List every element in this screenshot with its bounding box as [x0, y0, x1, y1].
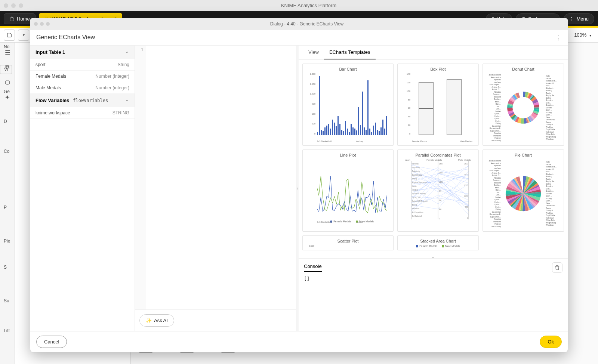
- template-line-plot[interactable]: Line Plot 3x3 Basketball Hockey: [302, 149, 394, 232]
- svg-text:Cycling Trail: Cycling Trail: [412, 197, 420, 198]
- zoom-level[interactable]: 100% ▾: [571, 31, 594, 39]
- svg-text:Karate: Karate: [412, 185, 417, 187]
- dropdown-button[interactable]: ▾: [18, 30, 29, 41]
- dialog-min-dot[interactable]: [40, 22, 44, 26]
- tab-templates[interactable]: ECharts Templates: [324, 46, 376, 59]
- kebab-menu-icon[interactable]: ⋮: [556, 34, 562, 40]
- menu-label: Menu: [576, 16, 589, 22]
- field-row[interactable]: Female MedalsNumber (integer): [30, 71, 135, 82]
- dialog-max-dot[interactable]: [46, 22, 50, 26]
- panel-text: Su: [0, 297, 13, 305]
- sparkle-icon: ✨: [146, 318, 152, 323]
- console-tab[interactable]: Console: [304, 263, 322, 272]
- home-label: Home: [17, 16, 30, 22]
- svg-text:Taekwondo: Taekwondo: [412, 170, 420, 172]
- menu-button[interactable]: ⋮ Menu: [564, 13, 594, 24]
- clear-console-button[interactable]: [552, 262, 562, 273]
- preview-pane: View ECharts Templates Bar Chart 1,8001,…: [299, 46, 568, 331]
- field-row[interactable]: Male MedalsNumber (integer): [30, 82, 135, 94]
- save-icon: [7, 33, 12, 38]
- cancel-button[interactable]: Cancel: [36, 336, 67, 348]
- code-text[interactable]: [146, 46, 296, 309]
- home-icon: [9, 16, 15, 21]
- ask-ai-button[interactable]: ✨ Ask AI: [139, 314, 174, 327]
- chevron-down-icon: ▾: [23, 33, 25, 37]
- template-bar-chart[interactable]: Bar Chart 1,8001,5001,2009006003000 3x3 …: [302, 64, 394, 146]
- chevron-up-icon: [125, 50, 129, 55]
- save-button[interactable]: [4, 30, 15, 41]
- template-donut-chart[interactable]: Donut Chart 3x3 BasketballAeronauticsAlp…: [483, 64, 564, 146]
- dialog-heading: Generic ECharts View: [36, 34, 95, 41]
- donut-svg: [505, 89, 542, 126]
- trash-icon: [555, 265, 560, 270]
- svg-text:Sailing: Sailing: [412, 178, 417, 180]
- panel-text: P: [0, 203, 10, 212]
- template-scatter-plot[interactable]: Scatter Plot 2,500: [302, 235, 394, 250]
- svg-text:Sport Climbing: Sport Climbing: [412, 174, 422, 176]
- panel-text: Ge: [0, 87, 13, 96]
- svg-text:Rhythmic Gymnastics: Rhythmic Gymnastics: [412, 182, 426, 183]
- panel-text: Lift: [0, 327, 13, 335]
- console-pane: Console []: [299, 258, 568, 331]
- svg-text:900: 900: [439, 190, 441, 192]
- svg-text:1,200: 1,200: [439, 181, 443, 183]
- collapse-preview-button[interactable]: ⌄: [299, 254, 568, 258]
- svg-point-0: [515, 100, 531, 116]
- svg-text:1,500: 1,500: [439, 172, 443, 174]
- field-row[interactable]: sportString: [30, 59, 135, 71]
- svg-text:Badminton: Badminton: [412, 208, 419, 210]
- svg-text:0: 0: [467, 217, 468, 219]
- dialog-sidebar: Input Table 1 sportStringFemale MedalsNu…: [30, 46, 135, 331]
- app-title: KNIME Analytics Platform: [23, 3, 594, 8]
- parallel-svg: WrestlingTug-Of-WarTaekwondoSport Climbi…: [404, 161, 472, 219]
- svg-text:2,000: 2,000: [464, 174, 468, 176]
- template-parallel-coordinates[interactable]: Parallel Coordinates Plot sport Female M…: [397, 149, 479, 232]
- tab-view[interactable]: View: [303, 46, 324, 59]
- svg-text:Cycling BMX Freestyle: Cycling BMX Freestyle: [412, 200, 428, 202]
- cube-icon[interactable]: ⬡: [1, 76, 13, 88]
- svg-text:Art Competitions: Art Competitions: [412, 212, 423, 213]
- template-box-plot[interactable]: Box Plot 140120100806040200 Female Medal…: [397, 64, 479, 146]
- svg-text:0: 0: [439, 218, 440, 219]
- chevron-down-icon: ▾: [589, 33, 591, 37]
- svg-text:Boxing: Boxing: [412, 204, 417, 206]
- panel-text: D: [0, 117, 11, 126]
- mac-min-dot[interactable]: [11, 3, 16, 8]
- dialog-close-dot[interactable]: [34, 22, 38, 26]
- menu-icon: ⋮: [569, 16, 574, 22]
- echarts-dialog: Dialog - 4:40 - Generic ECharts View Gen…: [30, 18, 568, 352]
- svg-text:600: 600: [439, 200, 441, 201]
- svg-text:1,500: 1,500: [464, 185, 468, 186]
- svg-text:3x3 Basketball: 3x3 Basketball: [412, 215, 422, 217]
- code-editor[interactable]: 1: [135, 46, 296, 309]
- svg-text:300: 300: [439, 209, 441, 210]
- pie-svg: [503, 173, 544, 214]
- line-gutter: 1: [135, 46, 146, 309]
- svg-text:1,000: 1,000: [464, 195, 468, 197]
- template-pie-chart[interactable]: Pie Chart 3x3 BasketballAeronauticsAlpin…: [483, 149, 564, 232]
- mac-max-dot[interactable]: [19, 3, 23, 8]
- console-output: []: [304, 273, 562, 327]
- svg-text:Equestrian Jumping: Equestrian Jumping: [412, 193, 426, 195]
- flow-variables-header[interactable]: Flow Variables flowVariables: [30, 94, 135, 107]
- panel-text: No: [0, 43, 13, 51]
- mac-close-dot[interactable]: [4, 3, 8, 8]
- panel-text: Co: [0, 147, 13, 155]
- svg-text:Handball: Handball: [412, 189, 418, 191]
- svg-text:1,800: 1,800: [439, 163, 443, 165]
- main-titlebar: KNIME Analytics Platform: [0, 0, 598, 11]
- code-editor-pane: 1 ✨ Ask AI: [135, 46, 296, 331]
- dialog-titlebar: Dialog - 4:40 - Generic ECharts View: [30, 18, 568, 30]
- input-table-header[interactable]: Input Table 1: [30, 46, 135, 59]
- ok-button[interactable]: Ok: [540, 336, 562, 348]
- svg-text:Tug-Of-War: Tug-Of-War: [412, 167, 420, 169]
- field-row[interactable]: knime.workspaceSTRING: [30, 107, 135, 119]
- svg-text:Wrestling: Wrestling: [412, 163, 419, 165]
- template-stacked-area[interactable]: Stacked Area Chart Female Medals Male Me…: [397, 235, 479, 250]
- line-svg: [317, 159, 387, 218]
- panel-text: Pie: [0, 237, 14, 245]
- panel-text: S: [0, 263, 10, 271]
- svg-text:500: 500: [465, 206, 468, 208]
- svg-text:2,500: 2,500: [464, 163, 468, 165]
- panel-text: Vi: [0, 65, 12, 74]
